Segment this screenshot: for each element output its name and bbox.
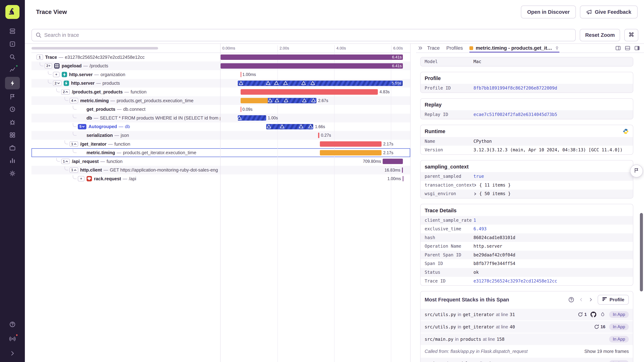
stack-frame-row[interactable]: src/main.pyinproductsat line158In App xyxy=(420,333,633,345)
span-count-badge[interactable]: 1 xyxy=(36,54,43,60)
sidebar-item-briefcase[interactable] xyxy=(5,142,20,153)
layout-bottom-icon[interactable] xyxy=(625,45,630,51)
span-count-badge[interactable]: 2 xyxy=(53,81,62,86)
tab-profiles[interactable]: Profiles xyxy=(446,44,463,52)
error-marker-icon[interactable] xyxy=(302,98,306,102)
error-marker-icon[interactable] xyxy=(283,81,288,85)
span-duration-bar[interactable] xyxy=(266,124,314,129)
span-duration-bar[interactable] xyxy=(240,98,316,103)
stack-frame-row[interactable]: src/utils.pyinget_iteratorat line4016In … xyxy=(420,320,633,333)
stack-frame-row[interactable]: src/utils.pyinget_iteratorat line311In A… xyxy=(420,308,633,320)
sidebar-item-settings[interactable] xyxy=(5,168,20,179)
trace-search-input[interactable] xyxy=(32,29,576,41)
span-count-badge[interactable]: 4 xyxy=(70,98,78,103)
trace-row[interactable]: 2+pageload—/products6.41s xyxy=(32,61,410,70)
sidebar-item-bug[interactable] xyxy=(5,117,20,128)
reset-zoom-button[interactable]: Reset Zoom xyxy=(580,29,620,41)
error-marker-icon[interactable] xyxy=(266,81,270,85)
trace-row[interactable]: ·metric.timing—products.get_iterator.exe… xyxy=(32,148,410,157)
give-feedback-button[interactable]: Give Feedback xyxy=(580,5,638,18)
sidebar-item-trace[interactable] xyxy=(5,77,20,89)
sidebar-item-history[interactable] xyxy=(5,104,20,115)
trace-row[interactable]: ·get_products—db.connect0.09s xyxy=(32,105,410,114)
sidebar-item-releases[interactable] xyxy=(5,91,20,102)
vertical-scrollbar[interactable] xyxy=(640,213,643,292)
error-marker-icon[interactable] xyxy=(280,124,284,129)
next-stack-icon[interactable] xyxy=(588,297,593,302)
trace-row[interactable]: 2http.server—products5.55s xyxy=(32,79,410,88)
shortcut-button[interactable] xyxy=(624,29,638,41)
span-duration-bar[interactable] xyxy=(402,168,403,173)
span-count-badge[interactable]: 1 xyxy=(61,159,70,164)
span-duration-bar[interactable] xyxy=(238,115,266,121)
tab-metric-timing-products-g[interactable]: metric.timing - products.get_iterat… xyxy=(470,44,559,52)
span-duration-bar[interactable] xyxy=(320,150,382,156)
span-duration-bar[interactable] xyxy=(403,176,404,181)
error-marker-icon[interactable] xyxy=(267,124,271,129)
error-marker-icon[interactable] xyxy=(274,81,279,85)
trace-row[interactable]: ·serialization—json0.27s xyxy=(32,131,410,140)
sentry-logo[interactable] xyxy=(5,5,20,19)
error-marker-icon[interactable] xyxy=(311,98,316,102)
trace-row[interactable]: 4metric.timing—products.get_products.exe… xyxy=(32,96,410,105)
seer-icon[interactable] xyxy=(600,312,605,317)
profile-button[interactable]: Profile xyxy=(598,295,629,305)
sidebar-item-expand[interactable] xyxy=(5,348,20,359)
error-marker-icon[interactable] xyxy=(268,98,272,102)
error-marker-icon[interactable] xyxy=(302,81,306,85)
detail-value[interactable]: 8fb7bb1891994f8c862f206e8722009d xyxy=(474,85,557,91)
trace-row[interactable]: 1/get_iterator—function2.17s xyxy=(32,140,410,149)
span-duration-bar[interactable] xyxy=(240,89,378,95)
error-marker-icon[interactable] xyxy=(299,124,303,129)
detail-value[interactable]: { 50 items } xyxy=(479,191,510,197)
layout-split-icon[interactable] xyxy=(634,45,640,51)
trace-row[interactable]: ·db—SELECT * FROM products WHERE id IN (… xyxy=(32,114,410,122)
tab-trace[interactable]: Trace xyxy=(427,44,440,52)
prev-stack-icon[interactable] xyxy=(578,297,584,302)
span-count-badge[interactable]: 1 xyxy=(70,141,78,147)
sidebar-item-broadcast[interactable] xyxy=(5,333,20,344)
trace-row[interactable]: 1Trace—e31278c256524c3297e2cd12458e12cc6… xyxy=(32,53,410,62)
detail-value[interactable]: ecae7c51f0024f2fa82e6314045d73b5 xyxy=(474,112,557,118)
span-duration-bar[interactable] xyxy=(383,159,403,164)
show-more-frames-link[interactable]: Show 19 more frames xyxy=(584,349,629,354)
stack-frame-row[interactable]: gunicornin<module>at line8In App xyxy=(420,357,633,362)
error-marker-icon[interactable] xyxy=(275,98,279,102)
error-marker-icon[interactable] xyxy=(239,81,243,85)
collapse-panel-icon[interactable] xyxy=(418,45,423,51)
span-duration-bar[interactable] xyxy=(240,72,242,77)
trace-row[interactable]: +rack.request—/api1.00ms xyxy=(32,175,410,183)
layout-right-icon[interactable] xyxy=(615,45,621,51)
trace-row[interactable]: 1http.client—GET https://application-mon… xyxy=(32,166,410,175)
sidebar-item-help[interactable] xyxy=(5,319,20,330)
sidebar-item-components[interactable] xyxy=(5,129,20,141)
span-duration-bar[interactable]: 6.41s xyxy=(220,54,403,60)
span-duration-bar[interactable]: 5.55s xyxy=(238,81,403,86)
expand-icon[interactable] xyxy=(474,192,477,196)
error-marker-icon[interactable] xyxy=(308,124,313,129)
span-count-badge[interactable]: + xyxy=(78,176,84,181)
sidebar-item-search[interactable] xyxy=(5,51,20,62)
span-duration-bar[interactable]: 6.41s xyxy=(220,63,403,69)
sidebar-item-issues[interactable] xyxy=(5,25,20,37)
span-count-badge[interactable]: 5 xyxy=(78,124,86,129)
span-duration-bar[interactable] xyxy=(318,133,319,138)
span-count-badge[interactable]: 2 xyxy=(61,89,70,95)
feedback-flag-button[interactable] xyxy=(630,165,643,178)
open-in-discover-button[interactable]: Open in Discover xyxy=(521,5,576,18)
trace-row[interactable]: +http.server—organization1.00ms xyxy=(32,70,410,79)
pin-icon[interactable] xyxy=(555,46,559,50)
span-count-badge[interactable]: 1 xyxy=(70,168,78,173)
detail-value[interactable]: { 11 items } xyxy=(479,182,510,188)
trace-row[interactable]: 2/products.get_products—function4.83s xyxy=(32,88,410,96)
error-marker-icon[interactable] xyxy=(237,116,242,120)
horizontal-scrollbar[interactable] xyxy=(32,47,158,49)
sidebar-item-projects[interactable] xyxy=(5,38,20,49)
github-icon[interactable] xyxy=(590,312,596,317)
span-count-badge[interactable]: + xyxy=(53,72,60,77)
span-duration-bar[interactable] xyxy=(240,107,242,112)
trace-row[interactable]: 5Autogrouped—db1.66s xyxy=(32,122,410,131)
expand-icon[interactable] xyxy=(474,183,477,187)
sidebar-item-stats[interactable] xyxy=(5,64,20,75)
stacks-help-icon[interactable] xyxy=(568,297,574,303)
